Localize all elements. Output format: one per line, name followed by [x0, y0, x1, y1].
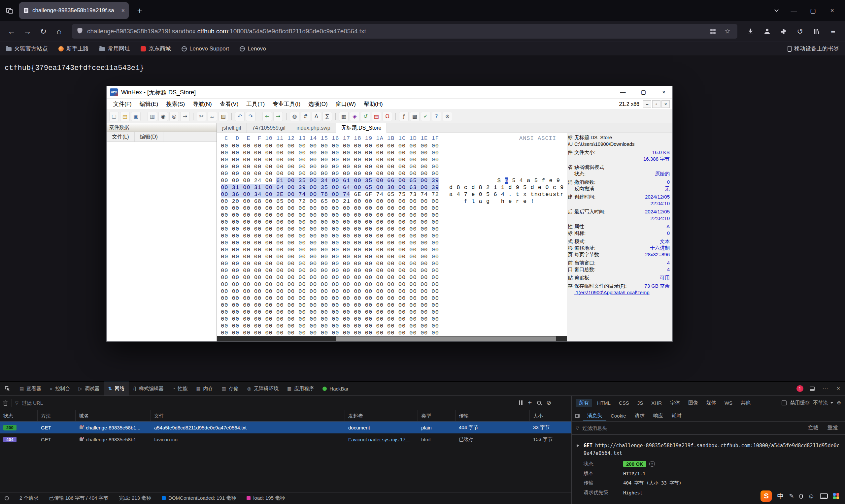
hex-row[interactable]: 00 00 00 00 00 00 00 00 00 00 00 00 00 0…: [221, 233, 567, 239]
window-minimize-button[interactable]: —: [784, 0, 804, 21]
interpreter-icon[interactable]: ✓: [421, 112, 430, 121]
url-filter-input[interactable]: [22, 400, 160, 406]
column-header-method[interactable]: 方法: [38, 410, 75, 421]
disk-tools-icon[interactable]: ◈: [350, 112, 359, 121]
hex-row[interactable]: 00 00 00 00 00 00 00 00 00 00 00 00 00 0…: [221, 205, 567, 212]
winhex-menu-item[interactable]: 编辑(E): [136, 100, 162, 108]
permissions-grid-icon[interactable]: [708, 26, 718, 37]
hex-row[interactable]: 00 00 00 00 00 00 00 00 00 00 00 00 00 0…: [221, 246, 567, 253]
scrollbar-thumb[interactable]: [336, 337, 556, 341]
detail-tab-request[interactable]: 请求: [631, 410, 649, 421]
winhex-mdi-minimize-button[interactable]: –: [643, 100, 651, 108]
winhex-menu-item[interactable]: 查看(V): [216, 100, 243, 108]
filter-js[interactable]: JS: [634, 399, 647, 407]
forward-icon[interactable]: →: [273, 112, 283, 121]
menu-button[interactable]: ≡: [825, 24, 841, 39]
devtools-tab-debugger[interactable]: ▷调试器: [74, 382, 104, 395]
tab-close-button[interactable]: ×: [121, 7, 125, 14]
column-header-transferred[interactable]: 传输: [456, 410, 530, 421]
detail-tab-cookies[interactable]: Cookie: [606, 410, 631, 421]
browser-tab[interactable]: challenge-89835e58b19a219f.sa ×: [19, 2, 129, 19]
block-requests-icon[interactable]: ⊘: [546, 399, 551, 407]
filter-images[interactable]: 图像: [685, 399, 701, 407]
network-request-row[interactable]: 200GETchallenge-89835e58b1...a54a5fe9d8c…: [0, 421, 571, 433]
pick-element-button[interactable]: [0, 382, 15, 395]
devtools-tab-storage[interactable]: ▥存储: [217, 382, 243, 395]
new-file-icon[interactable]: ▢: [109, 112, 119, 121]
hex-row[interactable]: 00 00 00 00 00 00 00 00 00 00 00 00 00 0…: [221, 260, 567, 267]
devtools-menu-button[interactable]: ⋯: [818, 382, 832, 395]
hex-row[interactable]: 00 00 00 00 00 00 00 00 00 00 00 00 00 0…: [221, 295, 567, 302]
hex-row[interactable]: 00 00 00 00 00 00 00 00 00 00 00 00 00 0…: [221, 253, 567, 260]
filter-ws[interactable]: WS: [721, 399, 736, 407]
reload-button[interactable]: ↻: [36, 24, 51, 39]
hex-row[interactable]: 00 00 00 00 00 00 00 00 00 00 00 00 00 0…: [221, 267, 567, 274]
winhex-menu-item[interactable]: 工具(T): [242, 100, 269, 108]
options-icon[interactable]: ⊛: [443, 112, 452, 121]
cut-icon[interactable]: ✂: [197, 112, 206, 121]
bookmark-star-icon[interactable]: ☆: [722, 26, 733, 37]
winhex-titlebar[interactable]: HEX WinHex - [无标题.DS_Store] — ▢ ×: [107, 86, 672, 98]
winhex-mdi-close-button[interactable]: ×: [662, 100, 670, 108]
hex-row[interactable]: 00 00 00 00 00 00 00 00 00 00 00 00 00 0…: [221, 219, 567, 226]
find-icon[interactable]: ◉: [158, 112, 168, 121]
throttle-select[interactable]: 不节流: [813, 400, 833, 406]
hex-row[interactable]: 00 00 00 00 00 00 00 00 00 00 00 00 00 0…: [221, 309, 567, 316]
panel-toggle-icon[interactable]: [572, 414, 583, 418]
filter-html[interactable]: HTML: [594, 399, 614, 407]
script-icon[interactable]: ƒ: [399, 112, 409, 121]
document-tab[interactable]: jshell.gif: [217, 123, 247, 132]
redo-icon[interactable]: ↷: [246, 112, 256, 121]
bookmark-mobile-folder[interactable]: 移动设备上的书签: [788, 45, 839, 52]
winhex-close-button[interactable]: ×: [655, 86, 672, 98]
hex-view[interactable]: C D E F 10 11 12 13 14 15 16 17 18 19 1A…: [217, 133, 567, 341]
winhex-menu-item[interactable]: 导航(N): [189, 100, 216, 108]
hex-row[interactable]: 00 00 00 00 00 00 00 00 00 00 00 00 00 0…: [221, 149, 567, 156]
filter-all[interactable]: 所有: [576, 399, 592, 407]
hex-row[interactable]: 00 00 00 00 00 00 00 00 00 00 00 00 00 0…: [221, 329, 567, 337]
document-tab[interactable]: 无标题.DS_Store: [336, 123, 387, 133]
split-console-button[interactable]: [805, 382, 818, 395]
sogou-logo-icon[interactable]: S: [760, 490, 772, 502]
winhex-menu-item[interactable]: 选项(O): [304, 100, 332, 108]
account-button[interactable]: [759, 24, 775, 39]
bookmark-item[interactable]: 常用网址: [99, 45, 130, 52]
request-initiator[interactable]: FaviconLoader.sys.mjs:17...: [345, 437, 418, 442]
filter-css[interactable]: CSS: [616, 399, 632, 407]
hex-row[interactable]: 00 00 00 00 00 00 00 00 00 00 00 00 00 0…: [221, 212, 567, 219]
status-help-icon[interactable]: ?: [649, 461, 655, 467]
filter-xhr[interactable]: XHR: [648, 399, 665, 407]
hex-row[interactable]: 00 00 00 00 00 00 00 00 00 00 00 00 00 0…: [221, 302, 567, 309]
devtools-tab-network[interactable]: ⇅网络: [104, 382, 129, 395]
clear-requests-button[interactable]: [3, 396, 8, 410]
network-settings-icon[interactable]: ⊛: [837, 400, 841, 406]
devtools-tab-application[interactable]: ▩应用程序: [283, 382, 318, 395]
search-icon[interactable]: ◍: [290, 112, 299, 121]
shield-icon[interactable]: [76, 28, 83, 35]
magnet-icon[interactable]: Ω: [383, 112, 392, 121]
block-button[interactable]: 拦截: [805, 425, 821, 431]
winhex-maximize-button[interactable]: ▢: [635, 86, 652, 98]
column-header-size[interactable]: 大小: [530, 410, 571, 421]
snapshot-icon[interactable]: ▦: [339, 112, 349, 121]
filter-other[interactable]: 其他: [737, 399, 754, 407]
new-request-button[interactable]: +: [528, 399, 532, 407]
detail-tab-headers[interactable]: 消息头: [583, 410, 606, 421]
devtools-tab-accessibility[interactable]: ◎无障碍环境: [243, 382, 283, 395]
column-header-initiator[interactable]: 发起者: [345, 410, 418, 421]
bookmark-item[interactable]: Lenovo Support: [181, 46, 229, 52]
console-error-badge[interactable]: 1: [796, 385, 804, 392]
request-summary-row[interactable]: GEThttp://challenge-89835e58b19a219f.san…: [572, 435, 845, 459]
hex-row[interactable]: 00 00 00 00 00 00 00 00 00 00 00 00 00 0…: [221, 226, 567, 233]
open-folder-icon[interactable]: ▤: [120, 112, 130, 121]
search-icon[interactable]: [537, 401, 541, 405]
bookmark-item[interactable]: 火狐官方站点: [6, 45, 48, 52]
hex-row[interactable]: 00 00 00 00 00 00 00 00 00 00 00 00 00 0…: [221, 281, 567, 288]
hex-row[interactable]: 00 00 00 00 00 00 00 00 00 00 00 00 00 0…: [221, 274, 567, 281]
winhex-menu-item[interactable]: 窗口(W): [332, 100, 360, 108]
devtools-tab-memory[interactable]: ▦内存: [192, 382, 217, 395]
home-button[interactable]: ⌂: [52, 24, 67, 39]
disable-cache-checkbox[interactable]: [781, 400, 787, 406]
column-header-domain[interactable]: 域名: [75, 410, 151, 421]
firefox-view-button[interactable]: [3, 4, 16, 17]
